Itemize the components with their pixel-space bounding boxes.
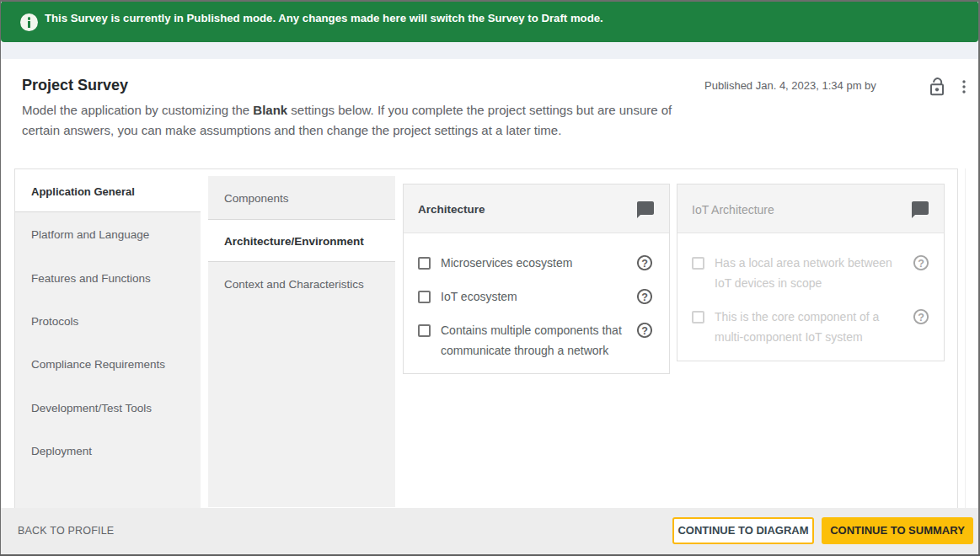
svg-text:?: ? xyxy=(918,258,924,270)
svg-text:?: ? xyxy=(918,312,924,323)
svg-text:?: ? xyxy=(641,325,648,337)
svg-text:?: ? xyxy=(641,258,648,270)
svg-text:?: ? xyxy=(641,291,648,303)
